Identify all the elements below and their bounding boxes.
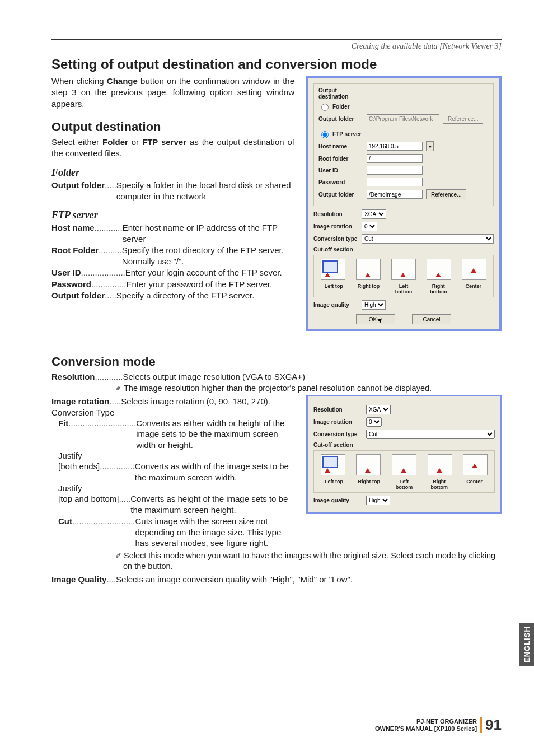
def-user: User ID ...................Enter your lo… (51, 267, 294, 278)
snip-cutoff-3[interactable] (428, 454, 452, 475)
cutoff-label-3: Right bottom (425, 283, 452, 295)
snip-lbl-iq: Image quality (313, 497, 363, 503)
cursor-icon (377, 316, 383, 323)
language-tab: ENGLISH (519, 623, 534, 666)
def-image-quality: Image Quality....Selects an image conver… (51, 574, 502, 585)
chevron-down-icon[interactable]: ▾ (426, 141, 434, 151)
snip-select-rot[interactable]: 0 (366, 417, 382, 427)
def-justify2: [top and bottom].....Converts as height … (51, 493, 294, 515)
cutoff-right-top[interactable] (356, 259, 381, 280)
lbl-pass: Password (318, 179, 363, 185)
select-imgquality[interactable]: High (362, 300, 386, 310)
lbl-user: User ID (318, 167, 363, 174)
snip-select-res[interactable]: XGA (366, 405, 391, 414)
input-output-folder[interactable] (367, 114, 439, 123)
page-footer: PJ-NET ORGANIZER OWNER'S MANUAL [XP100 S… (375, 716, 502, 734)
lbl-cutoff: Cut-off section (313, 246, 358, 253)
def-rotation: Image rotation.....Selects image rotatio… (51, 396, 294, 407)
def-resolution: Resolution............Selects output ima… (51, 371, 502, 382)
def-out2: Output folder.....Specify a directory of… (51, 290, 294, 301)
footer-divider (480, 717, 482, 733)
def-output-folder: Output folder.....Specify a folder in th… (51, 180, 294, 202)
snip-cutoff-4[interactable] (463, 454, 488, 475)
note-resolution: The image resolution higher than the pro… (51, 383, 502, 394)
def-cut: Cut...........................Cuts image… (51, 516, 294, 549)
snip-lbl-ctype: Conversion type (313, 431, 363, 437)
select-convtype[interactable]: Cut (362, 234, 494, 244)
intro-paragraph: When clicking Change button on the confi… (51, 76, 294, 110)
cutoff-left-top[interactable] (321, 259, 345, 280)
lbl-resolution: Resolution (313, 211, 358, 217)
output-dest-paragraph: Select either Folder or FTP server as th… (51, 137, 294, 160)
radio-ftp[interactable]: FTP server (318, 129, 489, 138)
footer-manual: OWNER'S MANUAL [XP100 Series] (375, 725, 477, 732)
input-out2[interactable] (367, 190, 423, 199)
section-heading-output-conv: Setting of output destination and conver… (51, 57, 502, 72)
input-host[interactable] (367, 142, 423, 151)
chapter-header: Creating the available data [Network Vie… (51, 42, 502, 51)
lbl-rotation: Image rotation (313, 223, 358, 230)
group-ftp: FTP server (51, 209, 294, 221)
justify2-label: Justify (51, 483, 294, 493)
justify1-label: Justify (51, 451, 294, 460)
lbl-root: Root folder (318, 156, 363, 162)
group-label-output-dest: Output destination (318, 87, 363, 100)
footer-product: PJ-NET ORGANIZER (375, 718, 477, 725)
conversion-snippet: Resolution XGA Image rotation 0 Conversi… (306, 395, 502, 514)
cancel-button[interactable]: Cancel (412, 314, 451, 324)
snip-cutoff-2[interactable] (392, 454, 416, 475)
ok-button[interactable]: OK (356, 314, 395, 324)
note-cut: Select this mode when you want to have t… (51, 550, 502, 572)
group-folder: Folder (51, 167, 294, 179)
lbl-imgquality: Image quality (313, 302, 358, 308)
def-fit: Fit.............................Converts… (51, 418, 294, 451)
snip-cutoff-0[interactable] (321, 454, 345, 475)
def-pass: Password...............Enter your passwo… (51, 279, 294, 290)
lbl-convtype: Conversion type (313, 236, 358, 242)
reference-button-1[interactable]: Reference... (443, 114, 483, 124)
conv-type-label: Conversion Type (51, 408, 294, 417)
cutoff-left-bottom[interactable] (391, 259, 416, 280)
radio-folder[interactable]: Folder (318, 102, 489, 111)
def-justify1: [both ends]...............Converts as wi… (51, 461, 294, 483)
def-host: Host name............Enter host name or … (51, 222, 294, 244)
input-root[interactable] (367, 154, 423, 163)
snip-lbl-cutoff: Cut-off section (313, 442, 495, 448)
cutoff-right-bottom[interactable] (427, 259, 451, 280)
horizontal-rule (51, 39, 502, 40)
snip-cutoff-1[interactable] (356, 454, 381, 475)
snip-select-ctype[interactable]: Cut (366, 430, 495, 439)
lbl-output-folder: Output folder (318, 116, 363, 122)
select-rotation[interactable]: 0 (362, 222, 377, 231)
input-user[interactable] (367, 166, 423, 175)
cutoff-label-4: Center (460, 283, 487, 295)
lbl-out2: Output folder (318, 192, 363, 198)
snip-cutoff-section: Left top Right top Left bottom Right bot… (313, 450, 495, 493)
snip-lbl-rot: Image rotation (313, 419, 363, 425)
page-number: 91 (485, 716, 502, 734)
reference-button-2[interactable]: Reference... (426, 189, 466, 199)
cutoff-center[interactable] (462, 259, 486, 280)
input-pass[interactable] (367, 178, 423, 186)
select-resolution[interactable]: XGA (362, 209, 386, 219)
cutoff-section: Left top Right top Left bottom Right bot… (313, 255, 494, 297)
cutoff-label-1: Right top (355, 283, 382, 295)
def-root: Root Folder..........Specify the root di… (51, 245, 294, 267)
snip-select-iq[interactable]: High (366, 496, 390, 505)
cutoff-label-2: Left bottom (390, 283, 417, 295)
settings-dialog: Output destination Folder Output folder … (306, 76, 502, 331)
snip-lbl-res: Resolution (313, 407, 363, 413)
cutoff-label-0: Left top (320, 283, 347, 295)
lbl-host: Host name (318, 143, 363, 150)
subhead-conv-mode: Conversion mode (51, 354, 502, 369)
subhead-output-dest: Output destination (51, 120, 294, 134)
